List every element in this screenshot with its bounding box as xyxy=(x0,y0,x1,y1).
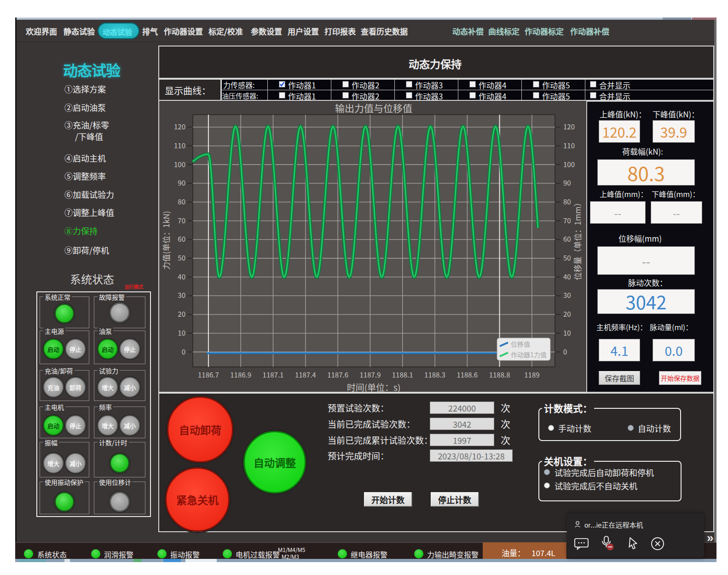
svg-text:1188.6: 1188.6 xyxy=(456,370,478,379)
svg-text:120: 120 xyxy=(174,122,185,131)
svg-text:30: 30 xyxy=(563,290,571,300)
svg-text:40: 40 xyxy=(563,272,571,281)
svg-text:110: 110 xyxy=(563,140,575,150)
svg-text:20: 20 xyxy=(178,309,185,319)
svg-text:90: 90 xyxy=(178,178,185,187)
svg-text:0: 0 xyxy=(563,347,567,356)
svg-text:力值(单位：1kN): 力值(单位：1kN) xyxy=(160,211,172,270)
svg-text:60: 60 xyxy=(178,234,185,244)
svg-text:70: 70 xyxy=(178,215,185,225)
svg-text:120: 120 xyxy=(563,122,575,131)
svg-text:作动器1力值: 作动器1力值 xyxy=(511,350,547,359)
svg-text:1187.4: 1187.4 xyxy=(295,370,316,379)
svg-text:1187.1: 1187.1 xyxy=(263,370,284,379)
svg-text:1186.9: 1186.9 xyxy=(230,370,251,379)
svg-text:80: 80 xyxy=(178,197,185,206)
svg-text:110: 110 xyxy=(174,140,185,150)
svg-text:70: 70 xyxy=(563,215,571,225)
svg-text:60: 60 xyxy=(563,234,571,244)
svg-text:时间(单位：s): 时间(单位：s) xyxy=(347,381,401,393)
svg-text:90: 90 xyxy=(563,178,571,187)
svg-text:30: 30 xyxy=(178,290,185,300)
svg-text:0: 0 xyxy=(182,347,185,356)
svg-text:10: 10 xyxy=(178,328,185,337)
svg-text:1189: 1189 xyxy=(524,370,539,379)
svg-text:100: 100 xyxy=(174,159,185,169)
svg-text:50: 50 xyxy=(178,253,185,262)
svg-text:1188.8: 1188.8 xyxy=(489,370,510,379)
svg-text:80: 80 xyxy=(563,197,571,206)
svg-text:1187.6: 1187.6 xyxy=(327,370,348,379)
svg-text:50: 50 xyxy=(563,253,571,262)
svg-text:1186.7: 1186.7 xyxy=(198,370,219,379)
svg-text:输出力值与位移值: 输出力值与位移值 xyxy=(335,101,412,115)
svg-text:1188.3: 1188.3 xyxy=(424,370,445,379)
svg-text:1187.9: 1187.9 xyxy=(360,370,381,379)
svg-text:40: 40 xyxy=(178,272,185,281)
svg-text:100: 100 xyxy=(563,159,575,169)
svg-text:20: 20 xyxy=(563,309,571,319)
svg-text:1188.1: 1188.1 xyxy=(392,370,413,379)
svg-text:位移量（单位：1mm）: 位移量（单位：1mm） xyxy=(572,199,583,280)
svg-text:10: 10 xyxy=(563,328,571,337)
svg-text:位移值: 位移值 xyxy=(511,339,530,348)
